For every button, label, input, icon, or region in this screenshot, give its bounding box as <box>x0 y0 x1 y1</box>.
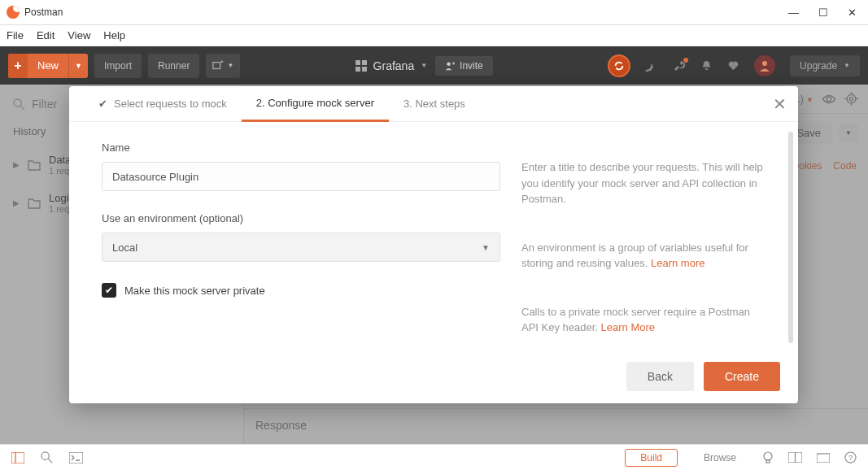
svg-rect-13 <box>11 452 24 463</box>
learn-more-link[interactable]: Learn more <box>651 257 704 269</box>
svg-rect-0 <box>213 62 220 68</box>
private-checkbox-row[interactable]: ✔ Make this mock server private <box>102 283 500 298</box>
name-label: Name <box>102 141 500 154</box>
chevron-down-icon: ▼ <box>482 243 490 252</box>
status-bar: Build Browse ? <box>0 444 868 470</box>
upgrade-button[interactable]: Upgrade ▼ <box>790 55 860 76</box>
menu-file[interactable]: File <box>7 29 24 41</box>
runner-button[interactable]: Runner <box>148 54 199 78</box>
environment-label: Use an environment (optional) <box>102 212 500 224</box>
create-button[interactable]: Create <box>704 362 780 391</box>
step-1-label: Select requests to mock <box>114 98 227 110</box>
menu-bar: File Edit View Help <box>0 25 868 46</box>
svg-point-2 <box>646 69 648 72</box>
wrench-icon[interactable] <box>673 59 686 72</box>
upgrade-label: Upgrade <box>800 60 837 72</box>
menu-edit[interactable]: Edit <box>37 29 55 41</box>
learn-more-link[interactable]: Learn More <box>601 321 655 333</box>
new-label: New <box>28 59 68 72</box>
two-pane-icon[interactable] <box>788 452 802 463</box>
postman-logo-icon <box>7 6 20 19</box>
bell-icon[interactable] <box>700 59 713 72</box>
maximize-button[interactable]: ☐ <box>818 7 828 19</box>
create-mock-modal: ✔ Select requests to mock 2. Configure m… <box>69 86 798 403</box>
back-button[interactable]: Back <box>626 362 694 391</box>
window-title: Postman <box>24 7 63 18</box>
modal-steps: ✔ Select requests to mock 2. Configure m… <box>69 86 798 122</box>
workspace-name: Grafana <box>373 59 415 72</box>
person-plus-icon <box>445 61 455 71</box>
modal-body: Name Use an environment (optional) Local… <box>69 122 798 350</box>
browse-tab[interactable]: Browse <box>692 450 748 466</box>
window-plus-icon <box>212 60 224 72</box>
step-3[interactable]: 3. Next steps <box>389 86 480 122</box>
sync-status-icon[interactable] <box>608 54 630 77</box>
menu-help[interactable]: Help <box>103 29 125 41</box>
chevron-down-icon: ▼ <box>421 62 427 69</box>
step-3-label: 3. Next steps <box>403 98 465 110</box>
user-avatar[interactable] <box>754 55 775 76</box>
svg-text:?: ? <box>848 454 853 462</box>
new-button[interactable]: + New ▼ <box>8 54 88 78</box>
svg-line-16 <box>48 459 52 463</box>
new-window-button[interactable]: ▼ <box>206 54 240 78</box>
build-tab[interactable]: Build <box>625 449 678 467</box>
chevron-down-icon: ▼ <box>844 62 850 69</box>
svg-rect-19 <box>766 460 770 463</box>
check-icon: ✔ <box>98 98 107 110</box>
satellite-icon[interactable] <box>645 59 658 72</box>
sync-icon <box>613 60 625 72</box>
svg-rect-17 <box>69 452 83 463</box>
bulb-icon[interactable] <box>762 451 774 464</box>
keyboard-icon[interactable] <box>817 452 830 463</box>
private-description: Calls to a private mock server require a… <box>521 304 765 336</box>
main-toolbar: + New ▼ Import Runner ▼ Grafana ▼ Invite <box>0 46 868 85</box>
invite-label: Invite <box>460 60 483 72</box>
svg-point-3 <box>762 61 767 66</box>
help-icon[interactable]: ? <box>844 451 857 463</box>
heart-icon[interactable] <box>727 59 739 72</box>
invite-button[interactable]: Invite <box>435 56 493 76</box>
environment-select[interactable]: Local ▼ <box>102 233 500 262</box>
name-input[interactable] <box>102 162 500 191</box>
checkbox-checked-icon[interactable]: ✔ <box>102 283 116 298</box>
svg-point-15 <box>41 452 49 459</box>
minimize-button[interactable]: — <box>788 7 799 19</box>
window-titlebar: Postman — ☐ ✕ <box>0 0 868 25</box>
name-description: Enter a title to describe your requests.… <box>521 159 765 207</box>
grid-icon <box>355 60 367 72</box>
svg-point-18 <box>764 452 772 460</box>
step-2-label: 2. Configure mock server <box>256 97 374 109</box>
private-label: Make this mock server private <box>124 285 265 297</box>
close-window-button[interactable]: ✕ <box>848 7 857 19</box>
import-button[interactable]: Import <box>94 54 142 78</box>
sidebar-toggle-icon[interactable] <box>11 452 24 463</box>
step-1[interactable]: ✔ Select requests to mock <box>84 86 242 122</box>
environment-description: An environment is a group of variables u… <box>521 240 765 272</box>
close-modal-button[interactable]: ✕ <box>773 94 787 114</box>
modal-footer: Back Create <box>69 350 798 403</box>
console-icon[interactable] <box>69 452 83 463</box>
chevron-down-icon[interactable]: ▼ <box>68 54 88 78</box>
plus-icon: + <box>8 54 28 78</box>
workspace-selector[interactable]: Grafana ▼ <box>355 59 428 72</box>
person-icon <box>758 59 771 72</box>
step-2[interactable]: 2. Configure mock server <box>242 86 389 122</box>
find-icon[interactable] <box>41 451 53 463</box>
environment-value: Local <box>112 242 137 254</box>
svg-rect-22 <box>817 454 830 463</box>
menu-view[interactable]: View <box>68 29 90 41</box>
svg-point-1 <box>447 62 451 66</box>
